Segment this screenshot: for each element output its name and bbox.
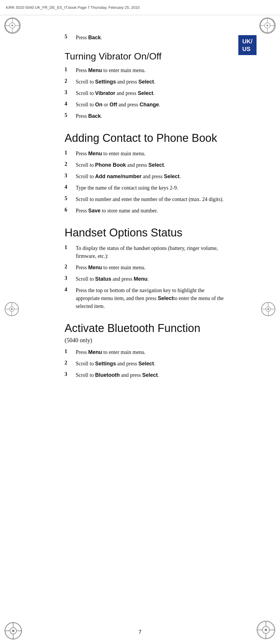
key-menu: Menu [88,349,102,355]
phonebook-section: Adding Contact to Phone Book 1 Press Men… [65,132,227,215]
key-select: Select [138,90,153,96]
vibrator-step-5: 5 Press Back. [65,112,227,120]
section-title-phonebook: Adding Contact to Phone Book [65,132,227,144]
step-text: Scroll to Vibrator and press Select. [76,89,155,97]
section-title-bluetooth: Activate Bluetooth Function [65,322,227,335]
handset-step-1: 1 To display the status of the handset o… [65,244,227,260]
svg-point-37 [4,630,6,631]
step-text: Press the top or bottom of the navigatio… [76,287,227,310]
step-text: Press Back. [76,112,102,120]
step-text: Press Menu to enter main menu. [76,67,146,74]
section-title-vibrator: Turning Vibrator On/Off [65,51,227,62]
step-number: 5 [65,195,73,202]
phonebook-step-5: 5 Scroll to number and enter the number … [65,195,227,203]
step-number: 3 [65,371,73,377]
vibrator-step-1: 1 Press Menu to enter main menu. [65,67,227,74]
corner-decoration-ml [4,302,19,316]
svg-point-27 [267,308,269,310]
step-number: 6 [65,207,73,213]
uk-us-badge: UK/ US [238,35,257,55]
step-number: 1 [65,244,73,251]
phonebook-step-6: 6 Press Save to store name and number. [65,207,227,215]
svg-point-38 [21,630,22,631]
step-text: Press Menu to enter main menu. [76,264,146,272]
step-text: Scroll to Add name/number and press Sele… [76,173,181,180]
key-select: Select [164,173,180,179]
key-back: Back [88,35,101,40]
handset-step-4: 4 Press the top or bottom of the navigat… [65,287,227,310]
step-number: 3 [65,173,73,179]
step-text: Scroll to On or Off and press Change. [76,101,160,109]
badge-line2: US [242,46,251,52]
page-container: KIRK 5020 5040 UK_FR_DE_ES_IT.book Page … [0,0,280,644]
step-number: 4 [65,184,73,190]
key-addnamenumber: Add name/number [95,173,141,179]
key-off: Off [109,102,117,108]
badge-line1: UK/ [242,38,252,45]
vibrator-step-3: 3 Scroll to Vibrator and press Select. [65,89,227,97]
svg-point-6 [11,25,13,26]
svg-point-34 [12,630,14,632]
bluetooth-step-1: 1 Press Menu to enter main menu. [65,348,227,356]
key-menu: Menu [88,67,102,73]
key-menu: Menu [88,265,102,270]
key-menu: Menu [88,151,102,156]
handset-step-2: 2 Press Menu to enter main menu. [65,264,227,272]
step-text: Press Menu to enter main menu. [76,150,146,158]
key-select: Select [139,79,154,85]
step-number: 1 [65,67,73,73]
key-settings: Settings [95,79,116,85]
key-settings: Settings [95,361,116,367]
key-select: Select [139,361,154,367]
step-number: 4 [65,287,73,293]
step-text: Scroll to number and enter the number of… [76,195,224,203]
key-menu: Menu [134,276,148,282]
svg-point-35 [13,622,14,623]
step-number: 2 [65,360,73,366]
step-number: 5 [65,34,73,40]
phonebook-step-2: 2 Scroll to Phone Book and press Select. [65,161,227,169]
step-text: Press Menu to enter main menu. [76,348,146,356]
step-text: Scroll to Status and press Menu. [76,275,149,283]
key-select: Select [149,162,164,168]
step-text: Type the name of the contact using the k… [76,184,178,192]
step-text: Scroll to Phone Book and press Select. [76,161,165,169]
step-text: Press Save to store name and number. [76,207,158,215]
key-bluetooth: Bluetooth [95,372,120,378]
header-text: KIRK 5020 5040 UK_FR_DE_ES_IT.book Page … [6,5,140,10]
svg-point-36 [13,638,14,640]
key-status: Status [95,276,111,282]
step-number: 2 [65,161,73,167]
handset-step-3: 3 Scroll to Status and press Menu. [65,275,227,283]
pre-step-5: 5 Press Back. [65,34,227,42]
step-number: 1 [65,150,73,156]
handset-section: Handset Options Status 1 To display the … [65,226,227,310]
step-text: Scroll to Settings and press Select. [76,360,155,368]
svg-point-20 [11,308,13,310]
step-number: 3 [65,89,73,96]
header-bar: KIRK 5020 5040 UK_FR_DE_ES_IT.book Page … [0,0,280,15]
svg-point-45 [265,629,267,631]
phonebook-step-1: 1 Press Menu to enter main menu. [65,150,227,158]
bluetooth-step-3: 3 Scroll to Bluetooth and press Select. [65,371,227,379]
phonebook-step-4: 4 Type the name of the contact using the… [65,184,227,192]
vibrator-section: Turning Vibrator On/Off 1 Press Menu to … [65,51,227,120]
step-text: Scroll to Bluetooth and press Select. [76,371,159,379]
key-vibrator: Vibrator [95,90,115,96]
step-number: 2 [65,264,73,270]
key-save: Save [88,208,101,214]
section-title-handset: Handset Options Status [65,226,227,239]
svg-point-13 [266,25,268,26]
key-back: Back [88,113,101,119]
step-number: 4 [65,101,73,107]
step-text: To display the status of the handset opt… [76,244,227,260]
corner-decoration-br [257,621,276,640]
key-select: Select [158,295,173,301]
step-number: 3 [65,275,73,281]
corner-decoration-mr [261,302,276,316]
step-number: 1 [65,348,73,355]
key-change: Change [139,102,159,108]
vibrator-step-4: 4 Scroll to On or Off and press Change. [65,101,227,109]
corner-decoration-tl [4,18,21,34]
step-text: Press Back. [76,34,102,42]
